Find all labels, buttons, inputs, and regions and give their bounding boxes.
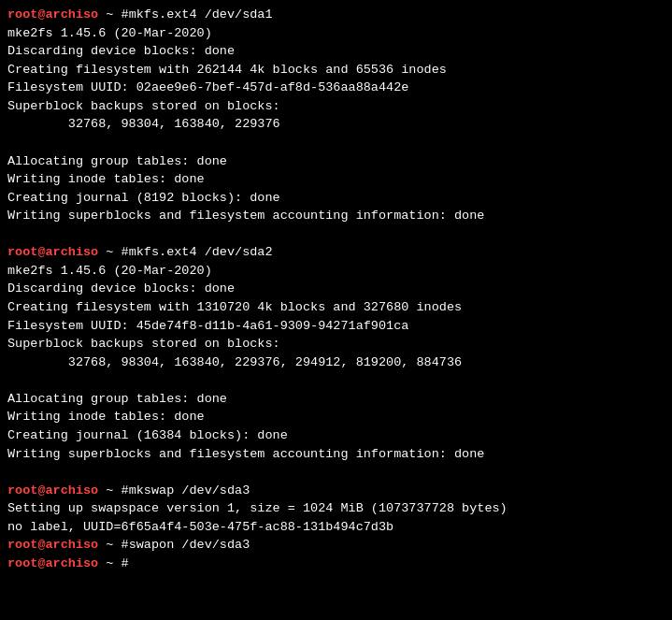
output-line: Discarding device blocks: done [7, 280, 665, 298]
prompt-text: root@archiso ~ # [7, 555, 129, 573]
command-text: mkfs.ext4 /dev/sda2 [129, 243, 273, 262]
output-line: Creating journal (8192 blocks): done [7, 189, 665, 208]
prompt-text: root@archiso ~ # [7, 536, 129, 555]
command-text: swapon /dev/sda3 [129, 536, 250, 555]
blank-line [7, 134, 665, 152]
command-text: mkswap /dev/sda3 [129, 482, 250, 500]
prompt-user-host: root@archiso [7, 538, 98, 552]
terminal: root@archiso ~ # mkfs.ext4 /dev/sda1mke2… [7, 6, 665, 572]
prompt-user-host: root@archiso [7, 556, 98, 570]
output-line: Writing inode tables: done [7, 408, 665, 426]
output-line: Setting up swapspace version 1, size = 1… [7, 499, 665, 518]
output-line: Filesystem UUID: 02aee9e6-7bef-457d-af8d… [7, 79, 665, 97]
prompt-line: root@archiso ~ # mkswap /dev/sda3 [7, 482, 665, 500]
output-line: Allocating group tables: done [7, 152, 665, 171]
output-line: Writing superblocks and filesystem accou… [7, 445, 665, 464]
prompt-line: root@archiso ~ # [7, 555, 665, 573]
prompt-text: root@archiso ~ # [7, 482, 129, 500]
prompt-user-host: root@archiso [7, 7, 98, 22]
output-line: Discarding device blocks: done [7, 42, 665, 61]
output-line: no label, UUID=6f65a4f4-503e-475f-ac88-1… [7, 518, 665, 537]
output-line: Creating journal (16384 blocks): done [7, 426, 665, 445]
prompt-line: root@archiso ~ # mkfs.ext4 /dev/sda2 [7, 243, 665, 262]
output-line: Creating filesystem with 1310720 4k bloc… [7, 298, 665, 317]
prompt-path-hash: ~ # [98, 7, 128, 22]
prompt-path-hash: ~ # [98, 538, 128, 552]
prompt-path-hash: ~ # [98, 556, 128, 570]
command-text: mkfs.ext4 /dev/sda1 [129, 6, 273, 24]
output-line: Writing superblocks and filesystem accou… [7, 207, 665, 225]
output-line: mke2fs 1.45.6 (20-Mar-2020) [7, 262, 665, 281]
prompt-path-hash: ~ # [98, 245, 128, 259]
output-line: 32768, 98304, 163840, 229376 [7, 115, 665, 134]
output-line: Writing inode tables: done [7, 170, 665, 189]
output-line: Filesystem UUID: 45de74f8-d11b-4a61-9309… [7, 317, 665, 336]
prompt-user-host: root@archiso [7, 245, 98, 259]
blank-line [7, 225, 665, 244]
output-line: 32768, 98304, 163840, 229376, 294912, 81… [7, 353, 665, 372]
blank-line [7, 463, 665, 482]
output-line: Superblock backups stored on blocks: [7, 335, 665, 353]
prompt-line: root@archiso ~ # mkfs.ext4 /dev/sda1 [7, 6, 665, 24]
prompt-text: root@archiso ~ # [7, 243, 129, 262]
output-line: mke2fs 1.45.6 (20-Mar-2020) [7, 24, 665, 43]
prompt-line: root@archiso ~ # swapon /dev/sda3 [7, 536, 665, 555]
output-line: Allocating group tables: done [7, 390, 665, 409]
output-line: Creating filesystem with 262144 4k block… [7, 61, 665, 79]
prompt-user-host: root@archiso [7, 483, 98, 497]
prompt-path-hash: ~ # [98, 483, 128, 497]
prompt-text: root@archiso ~ # [7, 6, 129, 24]
output-line: Superblock backups stored on blocks: [7, 97, 665, 116]
blank-line [7, 371, 665, 390]
